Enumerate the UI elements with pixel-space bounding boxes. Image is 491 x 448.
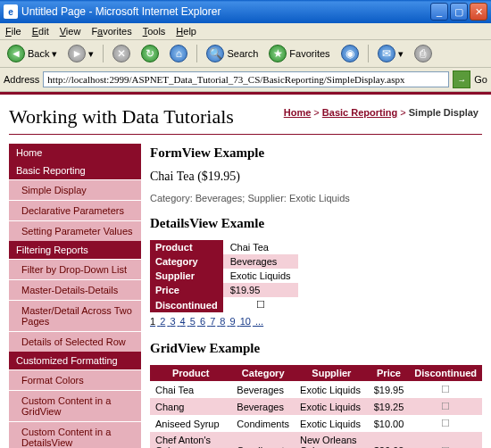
- forward-button[interactable]: ►▾: [64, 43, 97, 64]
- gv-supplier: New Orleans Cajun Delights: [295, 432, 369, 448]
- gv-category: Beverages: [231, 381, 295, 398]
- home-button[interactable]: ⌂: [166, 43, 191, 64]
- menu-tools[interactable]: Tools: [143, 26, 166, 37]
- menu-file[interactable]: File: [5, 26, 21, 37]
- pager-link[interactable]: 10: [240, 316, 251, 327]
- nav-item[interactable]: Simple Display: [9, 179, 141, 200]
- nav-heading[interactable]: Customized Formatting: [9, 352, 141, 369]
- gv-supplier: Exotic Liquids: [295, 415, 369, 432]
- gv-disc: ☐: [409, 432, 482, 448]
- gv-product: Aniseed Syrup: [150, 415, 231, 432]
- address-bar: Address → Go: [0, 68, 491, 92]
- detailsview-row: Price$19.95: [150, 283, 298, 297]
- gv-product: Chang: [150, 398, 231, 415]
- nav-item[interactable]: Master-Details-Details: [9, 279, 141, 300]
- nav-item[interactable]: Custom Content in a DetailsView: [9, 421, 141, 448]
- stop-button[interactable]: ✕: [109, 43, 134, 64]
- detailsview-heading: DetailsView Examle: [150, 216, 482, 231]
- nav-item[interactable]: Details of Selected Row: [9, 331, 141, 352]
- detailsview-row: CategoryBeverages: [150, 254, 298, 269]
- minimize-button[interactable]: _: [430, 3, 448, 21]
- titlebar: e Untitled Page - Microsoft Internet Exp…: [0, 0, 491, 23]
- media-button[interactable]: ◉: [337, 43, 362, 64]
- pager-link[interactable]: 9: [230, 316, 236, 327]
- toolbar: ◄Back ▾ ►▾ ✕ ↻ ⌂ 🔍Search ★Favorites ◉ ✉▾…: [0, 40, 491, 68]
- pager-link[interactable]: 8: [220, 316, 225, 327]
- gv-category: Condiments: [231, 415, 295, 432]
- gv-category: Condiments: [231, 432, 295, 448]
- nav-item[interactable]: Declarative Parameters: [9, 200, 141, 220]
- breadcrumb-home[interactable]: Home: [284, 107, 312, 118]
- nav-item[interactable]: Master/Detail Across Two Pages: [9, 300, 141, 331]
- nav-item[interactable]: Filter by Drop-Down List: [9, 259, 141, 279]
- detailsview-row: ProductChai Tea: [150, 240, 298, 254]
- gv-supplier: Exotic Liquids: [295, 398, 369, 415]
- detailsview-row: Discontinued☐: [150, 297, 298, 312]
- gridview-heading: GridView Example: [150, 341, 482, 356]
- pager-link[interactable]: 4: [180, 316, 186, 327]
- gv-supplier: Exotic Liquids: [295, 381, 369, 398]
- dv-value: Beverages: [223, 254, 298, 269]
- mail-button[interactable]: ✉▾: [374, 43, 407, 64]
- favorites-button[interactable]: ★Favorites: [265, 43, 333, 64]
- address-input[interactable]: [43, 71, 449, 87]
- ie-icon: e: [4, 4, 18, 19]
- menu-favorites[interactable]: Favorites: [91, 26, 131, 37]
- formview-name: Chai Tea ($19.95): [150, 170, 482, 184]
- gv-header: Category: [231, 365, 295, 381]
- main-content: FormView Example Chai Tea ($19.95) Categ…: [150, 144, 482, 448]
- window-title: Untitled Page - Microsoft Internet Explo…: [21, 5, 430, 18]
- content-area: Home > Basic Reporting > Simple Display …: [0, 92, 491, 448]
- pager-link[interactable]: 6: [200, 316, 205, 327]
- breadcrumb-section[interactable]: Basic Reporting: [322, 107, 397, 118]
- nav-heading[interactable]: Filtering Reports: [9, 241, 141, 259]
- dv-label: Price: [150, 283, 223, 297]
- pager-link[interactable]: 3: [170, 316, 175, 327]
- pager-link[interactable]: 1: [150, 316, 155, 327]
- breadcrumb: Home > Basic Reporting > Simple Display: [284, 107, 479, 118]
- formview-meta: Category: Beverages; Supplier: Exotic Li…: [150, 193, 482, 203]
- detailsview-pager: 1 2 3 4 5 6 7 8 9 10 ...: [150, 316, 482, 327]
- maximize-button[interactable]: ▢: [450, 3, 468, 21]
- pager-link[interactable]: 2: [160, 316, 165, 327]
- menu-edit[interactable]: Edit: [32, 26, 49, 37]
- gv-header: Supplier: [295, 365, 369, 381]
- detailsview-table: ProductChai TeaCategoryBeveragesSupplier…: [150, 240, 298, 312]
- back-button[interactable]: ◄Back ▾: [4, 43, 61, 64]
- gv-row: ChangBeveragesExotic Liquids$19.25☐: [150, 398, 482, 415]
- dv-label: Supplier: [150, 269, 223, 283]
- go-button[interactable]: →: [453, 71, 470, 88]
- print-button[interactable]: ⎙: [411, 43, 436, 64]
- pager-link[interactable]: 5: [190, 316, 196, 327]
- gv-price: $19.25: [369, 398, 410, 415]
- menu-help[interactable]: Help: [176, 26, 196, 37]
- nav-item[interactable]: Setting Parameter Values: [9, 220, 141, 241]
- dv-value: Exotic Liquids: [223, 269, 298, 283]
- close-button[interactable]: ✕: [470, 3, 487, 21]
- pager-link[interactable]: ...: [255, 316, 263, 327]
- refresh-button[interactable]: ↻: [137, 43, 162, 64]
- gridview-table: ProductCategorySupplierPriceDiscontinued…: [150, 365, 482, 448]
- dv-value: $19.95: [223, 283, 298, 297]
- gv-price: $26.62: [369, 432, 410, 448]
- dv-label: Product: [150, 240, 223, 254]
- gv-disc: ☐: [409, 415, 482, 432]
- gv-category: Beverages: [231, 398, 295, 415]
- nav-item[interactable]: Custom Content in a GridView: [9, 390, 141, 421]
- gv-header: Discontinued: [409, 365, 482, 381]
- nav-heading[interactable]: Basic Reporting: [9, 162, 141, 179]
- search-button[interactable]: 🔍Search: [203, 43, 262, 64]
- gv-header: Price: [369, 365, 410, 381]
- nav-item[interactable]: Format Colors: [9, 369, 141, 390]
- menubar: File Edit View Favorites Tools Help: [0, 23, 491, 40]
- breadcrumb-current: Simple Display: [409, 107, 479, 118]
- dv-value: ☐: [223, 297, 298, 312]
- gv-price: $19.95: [369, 381, 410, 398]
- pager-link[interactable]: 7: [210, 316, 215, 327]
- dv-label: Category: [150, 254, 223, 269]
- detailsview-row: SupplierExotic Liquids: [150, 269, 298, 283]
- menu-view[interactable]: View: [60, 26, 81, 37]
- nav-heading[interactable]: Home: [9, 144, 141, 162]
- dv-value: Chai Tea: [223, 240, 298, 254]
- gv-row: Chai TeaBeveragesExotic Liquids$19.95☐: [150, 381, 482, 398]
